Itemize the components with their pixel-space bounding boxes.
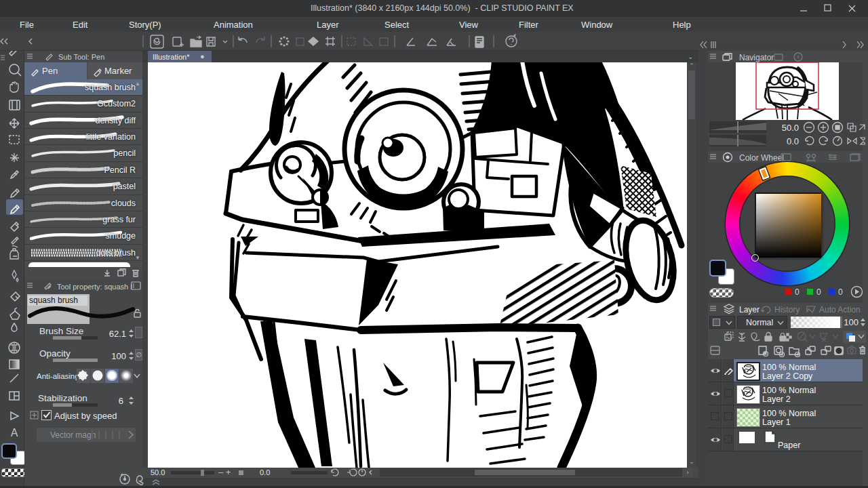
svg-text:A: A: [11, 427, 18, 439]
